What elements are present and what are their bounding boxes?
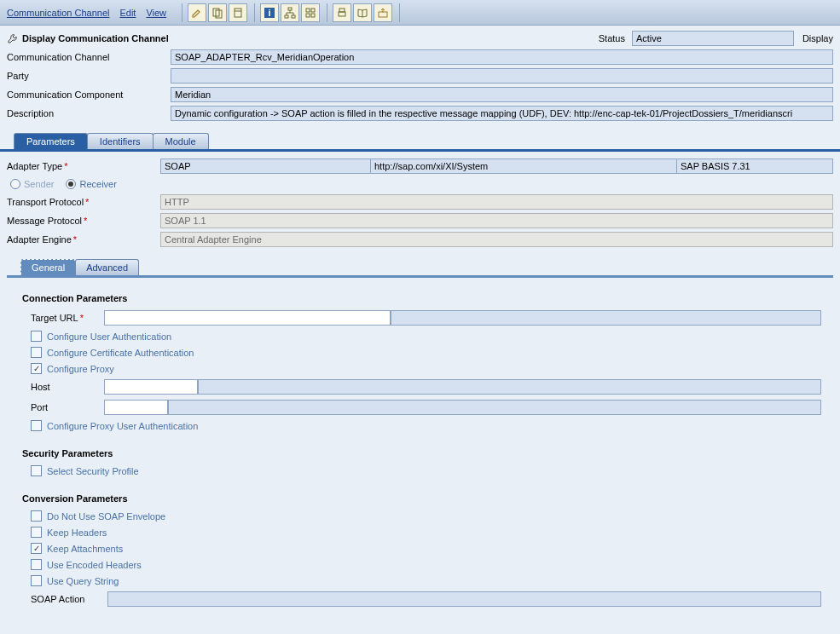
page-title: Display Communication Channel	[7, 32, 169, 44]
target-url-extended[interactable]	[391, 310, 821, 326]
checkbox-icon	[31, 465, 42, 476]
checkbox-icon	[31, 420, 42, 431]
radio-icon	[66, 179, 76, 189]
book-icon	[356, 7, 368, 19]
subtab-general[interactable]: General	[20, 259, 76, 275]
toolbar-separator	[327, 3, 327, 22]
toolbar-separator	[182, 3, 182, 22]
host-extended[interactable]	[198, 379, 821, 395]
configure-cert-auth-checkbox[interactable]: Configure Certificate Authentication	[31, 347, 821, 358]
message-protocol-field[interactable]: SOAP 1.1	[160, 213, 833, 228]
toolbar-compare-button[interactable]	[301, 3, 320, 22]
copy-icon	[211, 7, 223, 19]
port-label: Port	[31, 402, 104, 412]
tab-parameters[interactable]: Parameters	[14, 133, 88, 149]
svg-rect-13	[339, 12, 345, 16]
svg-rect-14	[339, 9, 345, 12]
toolbar-whereused-button[interactable]	[281, 3, 299, 22]
menu-edit[interactable]: Edit	[119, 8, 136, 18]
print-icon	[336, 7, 348, 19]
party-field	[171, 68, 833, 84]
toolbar-print-button[interactable]	[333, 3, 351, 22]
toolbar-copy-button[interactable]	[208, 3, 227, 22]
subtab-advanced[interactable]: Advanced	[75, 259, 139, 275]
description-field: Dynamic configuration -> SOAP action is …	[171, 106, 833, 121]
svg-rect-2	[235, 9, 241, 17]
tab-module[interactable]: Module	[153, 133, 209, 149]
svg-rect-11	[306, 14, 310, 17]
sender-radio[interactable]: Sender	[10, 179, 54, 189]
checkbox-icon	[31, 510, 42, 522]
host-label: Host	[31, 382, 104, 392]
no-soap-envelope-checkbox[interactable]: Do Not Use SOAP Envelope	[31, 510, 821, 522]
checkbox-icon	[31, 331, 42, 342]
radio-icon	[10, 179, 20, 189]
direction-radio-group: Sender Receiver	[7, 179, 833, 189]
checkbox-icon	[31, 559, 42, 570]
keep-attachments-checkbox[interactable]: Keep Attachments	[31, 543, 821, 554]
menubar: Communication Channel Edit View i	[0, 0, 840, 26]
communication-channel-label: Communication Channel	[7, 52, 171, 62]
connection-parameters-title: Connection Parameters	[22, 293, 821, 303]
port-extended[interactable]	[168, 400, 821, 415]
svg-text:i: i	[269, 8, 271, 18]
query-string-checkbox[interactable]: Use Query String	[31, 575, 821, 586]
info-icon: i	[264, 7, 275, 19]
documents-icon	[232, 7, 244, 19]
grid-icon	[304, 7, 316, 19]
display-link[interactable]: Display	[802, 33, 833, 43]
hierarchy-icon	[284, 7, 296, 19]
tab-identifiers[interactable]: Identifiers	[87, 133, 154, 149]
port-input[interactable]	[104, 400, 168, 415]
message-protocol-label: Message Protocol*	[7, 216, 160, 226]
adapter-engine-label: Adapter Engine*	[7, 234, 160, 245]
host-input[interactable]	[104, 379, 198, 395]
pencil-icon	[191, 7, 203, 19]
communication-channel-field: SOAP_ADAPTER_Rcv_MeridianOperation	[171, 49, 833, 65]
svg-rect-6	[288, 8, 292, 10]
toolbar-info-button[interactable]: i	[260, 3, 279, 22]
soap-action-label: SOAP Action	[31, 594, 104, 604]
select-security-profile-checkbox[interactable]: Select Security Profile	[31, 465, 821, 476]
toolbar-open-book-button[interactable]	[353, 3, 372, 22]
general-panel: Connection Parameters Target URL* Config…	[7, 278, 833, 629]
configure-user-auth-checkbox[interactable]: Configure User Authentication	[31, 331, 821, 342]
menu-view[interactable]: View	[146, 8, 166, 18]
checkbox-icon	[31, 527, 42, 538]
checkbox-icon	[31, 347, 42, 358]
toolbar-separator	[254, 3, 255, 22]
toolbar-export-button[interactable]	[374, 3, 392, 22]
transport-protocol-label: Transport Protocol*	[7, 197, 160, 207]
parameters-panel: Adapter Type* SOAP http://sap.com/xi/XI/…	[0, 152, 840, 632]
security-parameters-title: Security Parameters	[22, 448, 821, 458]
adapter-type-label: Adapter Type*	[7, 161, 160, 171]
page-title-text: Display Communication Channel	[22, 33, 169, 43]
communication-component-field: Meridian	[171, 87, 833, 102]
checkbox-icon	[31, 363, 42, 374]
adapter-swcv-field: SAP BASIS 7.31	[676, 158, 833, 174]
svg-rect-12	[311, 14, 315, 17]
configure-proxy-user-auth-checkbox[interactable]: Configure Proxy User Authentication	[31, 420, 821, 431]
wrench-icon	[7, 32, 19, 44]
party-label: Party	[7, 71, 171, 81]
receiver-radio[interactable]: Receiver	[66, 179, 116, 189]
transport-protocol-field[interactable]: HTTP	[160, 194, 833, 210]
menu-communication-channel[interactable]: Communication Channel	[7, 8, 109, 18]
checkbox-icon	[31, 575, 42, 586]
adapter-type-field[interactable]: SOAP	[160, 158, 371, 174]
toolbar-paste-button[interactable]	[229, 3, 247, 22]
svg-rect-8	[292, 15, 295, 18]
adapter-engine-field[interactable]: Central Adapter Engine	[160, 232, 833, 247]
target-url-label: Target URL*	[31, 313, 104, 323]
export-icon	[377, 7, 389, 19]
toolbar-edit-button[interactable]	[188, 3, 206, 22]
svg-rect-10	[311, 9, 315, 12]
target-url-input[interactable]	[104, 310, 391, 326]
configure-proxy-checkbox[interactable]: Configure Proxy	[31, 363, 821, 374]
header-row: Display Communication Channel Status Act…	[0, 26, 840, 48]
checkbox-icon	[31, 543, 42, 554]
soap-action-input[interactable]	[107, 591, 821, 607]
keep-headers-checkbox[interactable]: Keep Headers	[31, 527, 821, 538]
adapter-namespace-field: http://sap.com/xi/XI/System	[370, 158, 677, 174]
encoded-headers-checkbox[interactable]: Use Encoded Headers	[31, 559, 821, 570]
